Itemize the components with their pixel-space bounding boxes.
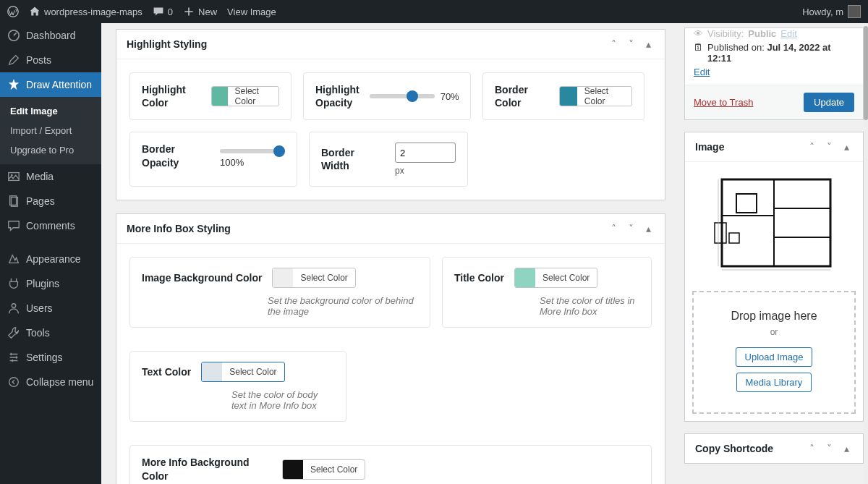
site-name: wordpress-image-maps — [44, 7, 142, 17]
view-image-link[interactable]: View Image — [227, 7, 276, 17]
menu-posts[interactable]: Posts — [0, 48, 101, 72]
toggle-panel-icon[interactable]: ▴ — [840, 141, 853, 153]
border-color-button[interactable]: Select Color — [559, 86, 632, 106]
move-up-icon[interactable]: ˄ — [607, 223, 620, 234]
menu-tools[interactable]: Tools — [0, 320, 101, 345]
move-to-trash[interactable]: Move to Trash — [694, 97, 753, 108]
highlight-opacity-label: Highlight Opacity — [315, 83, 359, 109]
move-up-icon[interactable]: ˄ — [607, 38, 620, 50]
site-home[interactable]: wordpress-image-maps — [29, 6, 142, 17]
border-color-label: Border Color — [495, 83, 549, 109]
move-up-icon[interactable]: ˄ — [805, 443, 818, 454]
swatch-more-bg — [283, 459, 303, 480]
border-width-unit: px — [395, 166, 456, 176]
visibility-edit[interactable]: Edit — [780, 28, 796, 39]
visibility-label: Visibility: — [707, 28, 744, 39]
new-content[interactable]: New — [183, 6, 217, 17]
image-bg-color-label: Image Background Color — [142, 271, 262, 284]
calendar-icon: 🗓 — [694, 42, 703, 53]
submenu-import-export[interactable]: Import / Export — [0, 121, 101, 140]
svg-rect-14 — [715, 223, 726, 243]
move-down-icon[interactable]: ˅ — [822, 443, 835, 454]
swatch-text — [202, 362, 222, 382]
avatar[interactable] — [848, 5, 861, 18]
more-info-styling-box: More Info Box Styling ˄ ˅ ▴ Image Backgr… — [116, 213, 665, 484]
svg-rect-13 — [736, 194, 757, 213]
move-down-icon[interactable]: ˅ — [624, 223, 637, 234]
menu-plugins[interactable]: Plugins — [0, 271, 101, 296]
image-dropzone[interactable]: Drop image here or Upload Image Media Li… — [692, 291, 856, 414]
svg-point-7 — [9, 378, 19, 387]
menu-appearance[interactable]: Appearance — [0, 247, 101, 271]
toggle-panel-icon[interactable]: ▴ — [642, 223, 655, 234]
comment-count: 0 — [168, 7, 173, 17]
comments-bubble[interactable]: 0 — [153, 6, 173, 17]
more-bg-color-button[interactable]: Select Color — [282, 459, 365, 480]
svg-rect-8 — [722, 179, 830, 266]
image-box-title: Image — [695, 141, 805, 153]
border-width-input[interactable] — [395, 143, 456, 163]
image-bg-color-button[interactable]: Select Color — [272, 268, 355, 288]
svg-rect-15 — [729, 233, 739, 243]
collapse-menu[interactable]: Collapse menu — [0, 370, 101, 394]
update-button[interactable]: Update — [804, 93, 854, 112]
swatch-title — [515, 268, 535, 288]
menu-pages[interactable]: Pages — [0, 189, 101, 213]
image-bg-desc: Set the background color of behind the i… — [268, 295, 418, 317]
visibility-value: Public — [748, 28, 776, 39]
menu-comments[interactable]: Comments — [0, 213, 101, 238]
published-edit[interactable]: Edit — [694, 67, 710, 77]
dropzone-or: or — [701, 327, 847, 337]
border-opacity-value: 100% — [220, 157, 285, 168]
border-opacity-slider[interactable] — [220, 149, 285, 153]
highlight-opacity-value: 70% — [441, 91, 459, 102]
publish-box: 👁 Visibility: Public Edit 🗓 Published on… — [684, 27, 864, 120]
title-color-button[interactable]: Select Color — [514, 268, 597, 288]
menu-users[interactable]: Users — [0, 296, 101, 320]
published-label: Published on: — [707, 42, 765, 53]
border-width-label: Border Width — [321, 146, 385, 172]
move-down-icon[interactable]: ˅ — [822, 141, 835, 153]
toggle-panel-icon[interactable]: ▴ — [642, 38, 655, 50]
text-color-button[interactable]: Select Color — [201, 362, 284, 382]
title-color-desc: Set the color of titles in More Info box — [540, 295, 639, 317]
menu-dashboard[interactable]: Dashboard — [0, 23, 101, 48]
text-color-label: Text Color — [142, 365, 191, 378]
media-library-button[interactable]: Media Library — [736, 373, 812, 392]
highlight-color-button[interactable]: Select Color — [211, 86, 279, 106]
swatch-highlight — [212, 86, 228, 106]
highlight-styling-title: Highlight Styling — [127, 38, 607, 50]
page-scrollbar[interactable] — [864, 23, 868, 484]
menu-media[interactable]: Media — [0, 164, 101, 189]
copy-shortcode-box: Copy Shortcode ˄ ˅ ▴ — [684, 433, 864, 464]
submenu-upgrade-pro[interactable]: Upgrade to Pro — [0, 140, 101, 160]
menu-draw-attention[interactable]: Draw Attention — [0, 72, 101, 97]
image-box: Image ˄ ˅ ▴ Drop image here or Upload Im… — [684, 132, 864, 422]
wp-logo[interactable] — [7, 6, 19, 17]
highlight-color-label: Highlight Color — [142, 83, 201, 109]
new-label: New — [198, 7, 217, 17]
howdy-text[interactable]: Howdy, m — [802, 7, 843, 17]
more-info-title: More Info Box Styling — [127, 223, 607, 234]
move-up-icon[interactable]: ˄ — [805, 141, 818, 153]
move-down-icon[interactable]: ˅ — [624, 38, 637, 50]
dropzone-text: Drop image here — [701, 310, 847, 323]
swatch-image-bg — [273, 268, 293, 288]
text-color-desc: Set the color of body text in More Info … — [231, 389, 334, 411]
title-color-label: Title Color — [454, 271, 504, 284]
highlight-opacity-slider[interactable] — [370, 94, 435, 98]
submenu-edit-image[interactable]: Edit Image — [0, 101, 101, 121]
highlight-styling-box: Highlight Styling ˄ ˅ ▴ Highlight Color … — [116, 29, 665, 200]
more-bg-color-label: More Info Background Color — [142, 456, 272, 482]
swatch-border — [560, 86, 577, 106]
svg-point-6 — [12, 304, 15, 307]
border-opacity-label: Border Opacity — [142, 143, 210, 169]
menu-settings[interactable]: Settings — [0, 345, 101, 370]
copy-shortcode-title: Copy Shortcode — [695, 443, 805, 454]
floorplan-thumbnail[interactable] — [709, 172, 839, 281]
upload-image-button[interactable]: Upload Image — [736, 347, 813, 367]
visibility-icon: 👁 — [694, 28, 703, 39]
toggle-panel-icon[interactable]: ▴ — [840, 443, 853, 454]
